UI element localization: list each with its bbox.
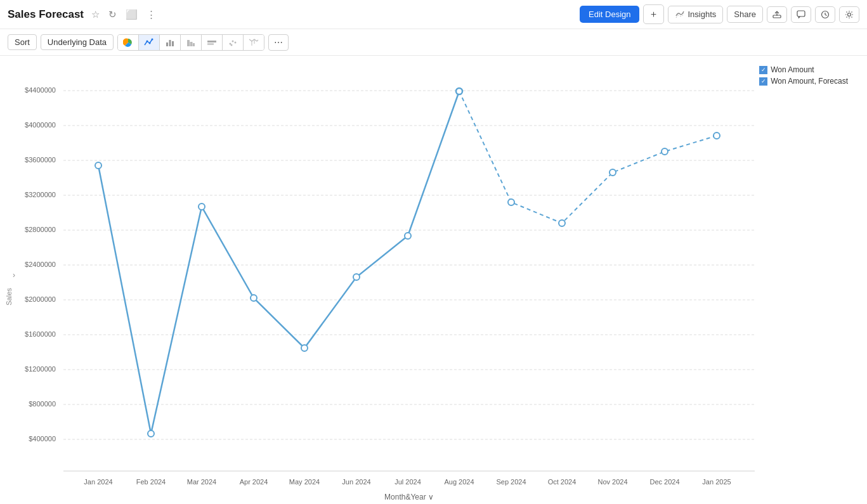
data-point-jun2024[interactable] (353, 274, 360, 280)
data-point-feb2024[interactable] (148, 430, 154, 437)
clock-icon (821, 10, 830, 19)
pie-chart-icon (123, 37, 133, 48)
svg-point-8 (152, 38, 153, 40)
scatter-chart-icon (228, 37, 238, 48)
svg-text:$2000000: $2000000 (25, 295, 56, 303)
svg-text:$4400000: $4400000 (25, 86, 56, 94)
data-point-aug2024[interactable] (456, 88, 462, 94)
svg-text:$1600000: $1600000 (25, 330, 56, 338)
svg-text:Nov 2024: Nov 2024 (597, 478, 627, 486)
svg-rect-2 (797, 11, 805, 16)
svg-text:Jan 2024: Jan 2024 (84, 478, 112, 486)
line-chart-button[interactable] (139, 35, 160, 50)
favorite-icon[interactable]: ☆ (89, 8, 102, 22)
data-point-jan2024[interactable] (95, 162, 101, 169)
add-button[interactable]: ＋ (643, 4, 664, 24)
bar-chart-button[interactable] (160, 35, 181, 50)
stacked-bar-button[interactable] (202, 35, 223, 50)
toolbar: Sort Underlying Data (0, 29, 867, 56)
data-point-jan2025[interactable] (714, 132, 720, 139)
schedule-button[interactable] (815, 6, 835, 23)
svg-point-20 (231, 44, 233, 46)
svg-point-6 (147, 40, 148, 42)
export-icon (772, 10, 781, 19)
header: Sales Forecast ☆ ↻ ⬜ ⋮ Edit Design ＋ Ins… (0, 0, 867, 29)
save-icon[interactable]: ⬜ (123, 8, 140, 22)
svg-rect-15 (207, 41, 216, 42)
x-axis-label: Month&Year ∨ (384, 493, 434, 501)
svg-text:$400000: $400000 (29, 435, 56, 443)
scatter-chart-button[interactable] (223, 35, 244, 50)
svg-rect-14 (193, 43, 195, 46)
page-title: Sales Forecast (8, 8, 84, 21)
header-icon-group: ☆ ↻ ⬜ ⋮ (89, 8, 159, 22)
svg-text:Feb 2024: Feb 2024 (136, 478, 166, 486)
svg-text:$3200000: $3200000 (25, 191, 56, 198)
svg-text:Jul 2024: Jul 2024 (394, 478, 421, 486)
insights-button[interactable]: Insights (668, 6, 723, 23)
settings-button[interactable] (839, 6, 859, 23)
svg-text:Dec 2024: Dec 2024 (649, 478, 679, 486)
svg-text:Jan 2025: Jan 2025 (702, 478, 731, 486)
svg-text:Oct 2024: Oct 2024 (548, 478, 577, 486)
svg-text:Jun 2024: Jun 2024 (342, 478, 370, 486)
data-point-nov2024[interactable] (610, 169, 616, 176)
svg-text:Apr 2024: Apr 2024 (240, 478, 268, 486)
map-chart-button[interactable] (244, 35, 264, 50)
svg-point-7 (149, 42, 151, 44)
svg-rect-16 (207, 43, 214, 45)
data-point-may2024[interactable] (301, 345, 308, 351)
svg-text:$3600000: $3600000 (25, 156, 56, 164)
edit-design-button[interactable]: Edit Design (580, 6, 639, 23)
svg-text:$4000000: $4000000 (25, 121, 56, 129)
svg-text:May 2024: May 2024 (289, 478, 320, 486)
insights-icon (675, 10, 685, 20)
data-point-oct2024[interactable] (559, 220, 565, 226)
y-axis-label: Sales (5, 288, 13, 306)
line-chart-icon (144, 37, 154, 48)
svg-text:$800000: $800000 (29, 400, 56, 408)
chart-area: ✓ Won Amount ✓ Won Amount, Forecast $440… (0, 56, 867, 504)
svg-rect-9 (166, 42, 168, 46)
chart-type-selector (117, 34, 264, 51)
export-button[interactable] (767, 6, 787, 23)
stacked-bar-icon (207, 37, 217, 48)
comment-icon (797, 10, 805, 19)
svg-rect-10 (169, 40, 171, 46)
data-point-mar2024[interactable] (199, 204, 205, 210)
more-options-icon[interactable]: ⋮ (144, 8, 159, 22)
share-button[interactable]: Share (727, 6, 763, 23)
svg-point-19 (235, 41, 237, 43)
gear-icon (845, 10, 854, 19)
bar-chart-icon (165, 37, 175, 48)
svg-text:$1200000: $1200000 (25, 365, 56, 373)
svg-rect-11 (172, 41, 174, 46)
svg-text:$2800000: $2800000 (25, 226, 56, 233)
line-chart-svg: $4400000 $4000000 $3600000 $3200000 $280… (0, 56, 867, 504)
comment-button[interactable] (791, 6, 811, 23)
svg-rect-13 (190, 42, 193, 46)
data-point-dec2024[interactable] (662, 148, 668, 155)
svg-point-4 (848, 13, 851, 16)
svg-rect-12 (187, 40, 190, 46)
refresh-icon[interactable]: ↻ (106, 8, 119, 22)
dashed-forecast-line (459, 91, 717, 223)
data-point-sep2024[interactable] (508, 199, 514, 205)
underlying-data-button[interactable]: Underlying Data (41, 34, 114, 50)
more-chart-options-button[interactable]: ⋯ (268, 34, 289, 51)
solid-line (98, 91, 459, 434)
svg-text:›: › (13, 271, 15, 280)
svg-point-18 (232, 40, 234, 42)
data-point-apr2024[interactable] (251, 295, 257, 301)
svg-text:Sep 2024: Sep 2024 (496, 478, 526, 486)
column-chart-icon (186, 37, 196, 48)
header-right: Edit Design ＋ Insights Share (580, 4, 859, 24)
pie-chart-button[interactable] (118, 35, 139, 50)
svg-text:Aug 2024: Aug 2024 (444, 478, 474, 486)
sort-button[interactable]: Sort (8, 34, 37, 50)
column-chart-button[interactable] (181, 35, 202, 50)
data-point-jul2024[interactable] (405, 233, 411, 239)
map-chart-icon (249, 37, 259, 48)
svg-text:$2400000: $2400000 (25, 261, 56, 268)
svg-text:Mar 2024: Mar 2024 (187, 478, 216, 486)
